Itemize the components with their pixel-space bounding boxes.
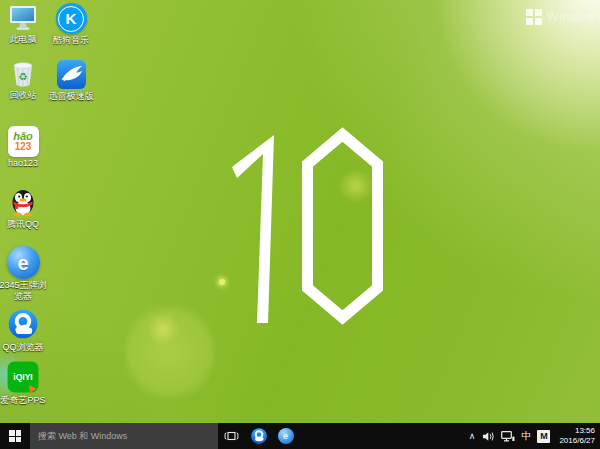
svg-text:iQIYI: iQIYI xyxy=(13,372,32,382)
watermark-text: Windows xyxy=(547,9,600,24)
icon-label: 2345王牌浏览器 xyxy=(0,280,49,302)
this-pc-icon xyxy=(7,3,39,33)
taskbar: e ∧ 中 M 13:56 2016/6/27 xyxy=(0,423,600,449)
volume-icon[interactable] xyxy=(482,431,495,442)
network-icon[interactable] xyxy=(501,431,515,442)
icon-label: 回收站 xyxy=(0,90,49,101)
desktop: Windows 10 此电脑 K 酷狗音乐 xyxy=(0,0,600,449)
clock[interactable]: 13:56 2016/6/27 xyxy=(556,426,595,446)
svg-text:♻: ♻ xyxy=(19,71,28,82)
search-input[interactable] xyxy=(30,423,218,449)
desktop-icon-qq-browser[interactable]: QQ浏览器 xyxy=(0,307,46,353)
tray-chevron-up-icon[interactable]: ∧ xyxy=(468,432,477,441)
start-button[interactable] xyxy=(0,423,30,449)
clock-time: 13:56 xyxy=(559,426,595,436)
task-view-icon xyxy=(224,430,239,442)
desktop-icon-tencent-qq[interactable]: 腾讯QQ xyxy=(0,186,46,230)
recycle-bin-icon: ♻ xyxy=(7,59,39,89)
windows-10-logo: 10 xyxy=(228,112,390,330)
icon-label: hao123 xyxy=(0,158,49,169)
desktop-icon-recycle-bin[interactable]: ♻ 回收站 xyxy=(0,59,46,101)
icon-label: 迅雷极速版 xyxy=(45,91,97,102)
bokeh-circle-large xyxy=(125,300,215,404)
2345-browser-icon: e xyxy=(278,428,294,444)
desktop-icon-hao123[interactable]: hǎo 123 hao123 xyxy=(0,126,46,169)
ime-language-indicator[interactable]: 中 xyxy=(521,431,531,441)
desktop-icon-2345-browser[interactable]: e 2345王牌浏览器 xyxy=(0,246,46,302)
desktop-icon-this-pc[interactable]: 此电脑 xyxy=(0,3,46,45)
bokeh-circle-yellow xyxy=(146,312,180,346)
windows-start-icon xyxy=(9,430,21,442)
windows-logo-icon xyxy=(526,9,542,25)
system-tray: ∧ 中 M 13:56 2016/6/27 xyxy=(468,423,600,449)
xunlei-bird-icon xyxy=(56,59,87,90)
bokeh-dot xyxy=(219,279,225,285)
desktop-icon-iqiyi[interactable]: iQIYI 爱奇艺PPS xyxy=(0,360,46,406)
qq-browser-icon xyxy=(6,307,40,341)
icon-label: 此电脑 xyxy=(0,34,49,45)
icon-label: QQ浏览器 xyxy=(0,342,49,353)
task-view-button[interactable] xyxy=(218,423,245,449)
taskbar-qq-browser-button[interactable] xyxy=(245,423,272,449)
windows-watermark: Windows xyxy=(526,9,600,25)
taskbar-2345-browser-button[interactable]: e xyxy=(272,423,299,449)
icon-label: 酷狗音乐 xyxy=(45,35,97,46)
qq-penguin-icon xyxy=(7,186,39,218)
hao123-icon: hǎo 123 xyxy=(8,126,39,157)
iqiyi-icon: iQIYI xyxy=(6,360,40,394)
kugou-music-icon: K xyxy=(56,3,87,34)
ime-mode-indicator[interactable]: M xyxy=(537,430,550,443)
clock-date: 2016/6/27 xyxy=(559,436,595,446)
icon-label: 腾讯QQ xyxy=(0,219,49,230)
icon-label: 爱奇艺PPS xyxy=(0,395,49,406)
desktop-icon-xunlei[interactable]: 迅雷极速版 xyxy=(48,59,94,102)
2345-browser-icon: e xyxy=(7,246,40,279)
desktop-icon-kugou-music[interactable]: K 酷狗音乐 xyxy=(48,3,94,46)
qq-browser-icon xyxy=(250,427,268,445)
